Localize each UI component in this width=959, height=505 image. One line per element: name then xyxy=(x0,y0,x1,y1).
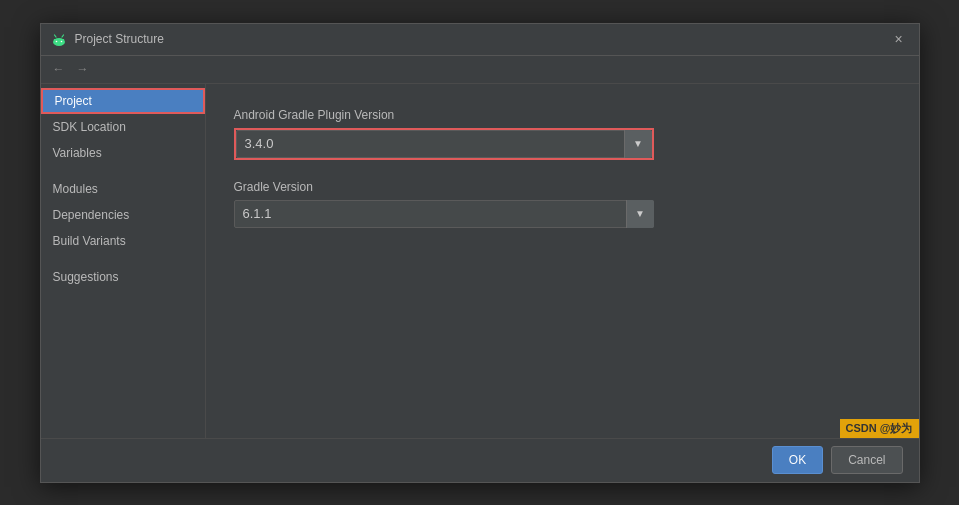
sidebar-item-dependencies[interactable]: Dependencies xyxy=(41,202,205,228)
sidebar: Project SDK Location Variables Modules D… xyxy=(41,84,206,438)
sidebar-item-variables-label: Variables xyxy=(53,146,102,160)
plugin-version-group: Android Gradle Plugin Version 3.4.0 3.5.… xyxy=(234,108,891,160)
sidebar-item-modules[interactable]: Modules xyxy=(41,176,205,202)
close-button[interactable]: × xyxy=(889,29,909,49)
sidebar-item-dependencies-label: Dependencies xyxy=(53,208,130,222)
gradle-version-dropdown-wrapper: 6.1.1 6.5.1 6.7.1 7.0.2 ▼ xyxy=(234,200,654,228)
dialog-footer: OK Cancel xyxy=(41,438,919,482)
gradle-version-select[interactable]: 6.1.1 6.5.1 6.7.1 7.0.2 xyxy=(234,200,654,228)
project-structure-dialog: Project Structure × ← → Project SDK Loca… xyxy=(40,23,920,483)
sidebar-item-suggestions-label: Suggestions xyxy=(53,270,119,284)
sidebar-section-advanced: Modules Dependencies Build Variants xyxy=(41,176,205,254)
sidebar-item-sdk-label: SDK Location xyxy=(53,120,126,134)
main-panel: Android Gradle Plugin Version 3.4.0 3.5.… xyxy=(206,84,919,438)
nav-bar: ← → xyxy=(41,56,919,84)
content-area: Project SDK Location Variables Modules D… xyxy=(41,84,919,438)
ok-button[interactable]: OK xyxy=(772,446,823,474)
android-icon xyxy=(51,31,67,47)
plugin-version-label: Android Gradle Plugin Version xyxy=(234,108,891,122)
sidebar-item-sdk-location[interactable]: SDK Location xyxy=(41,114,205,140)
gradle-version-label: Gradle Version xyxy=(234,180,891,194)
plugin-version-select[interactable]: 3.4.0 3.5.0 3.6.0 4.0.0 4.1.0 xyxy=(236,130,652,158)
sidebar-item-build-variants-label: Build Variants xyxy=(53,234,126,248)
svg-point-3 xyxy=(60,41,62,43)
sidebar-item-build-variants[interactable]: Build Variants xyxy=(41,228,205,254)
svg-rect-1 xyxy=(54,39,64,44)
sidebar-section-suggestions: Suggestions xyxy=(41,264,205,290)
back-button[interactable]: ← xyxy=(49,59,69,79)
sidebar-item-project-label: Project xyxy=(55,94,92,108)
dialog-title: Project Structure xyxy=(75,32,889,46)
svg-line-4 xyxy=(54,35,56,37)
svg-point-2 xyxy=(55,41,57,43)
watermark: CSDN @妙为 xyxy=(840,419,919,438)
gradle-version-group: Gradle Version 6.1.1 6.5.1 6.7.1 7.0.2 ▼ xyxy=(234,180,891,228)
sidebar-item-suggestions[interactable]: Suggestions xyxy=(41,264,205,290)
title-bar: Project Structure × xyxy=(41,24,919,56)
plugin-version-dropdown-wrapper: 3.4.0 3.5.0 3.6.0 4.0.0 4.1.0 ▼ xyxy=(234,128,654,160)
forward-button[interactable]: → xyxy=(73,59,93,79)
sidebar-item-variables[interactable]: Variables xyxy=(41,140,205,166)
svg-line-5 xyxy=(62,35,64,37)
cancel-button[interactable]: Cancel xyxy=(831,446,902,474)
sidebar-item-modules-label: Modules xyxy=(53,182,98,196)
sidebar-item-project[interactable]: Project xyxy=(41,88,205,114)
